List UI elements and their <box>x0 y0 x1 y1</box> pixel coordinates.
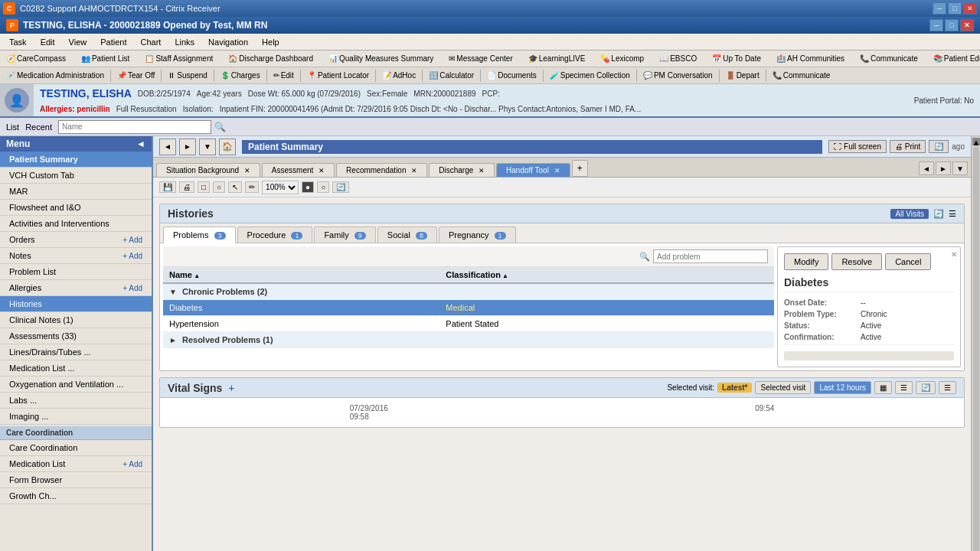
sidebar-item-flowsheet[interactable]: Flowsheet and I&O <box>0 200 152 216</box>
tab-discharge[interactable]: Discharge ✕ <box>429 163 495 177</box>
prob-tab-social[interactable]: Social 8 <box>377 227 437 243</box>
sidebar-item-imaging[interactable]: Imaging ... <box>0 409 152 425</box>
tab-ctrl-left-btn[interactable]: ◄ <box>919 161 934 175</box>
sidebar-item-oxygenation[interactable]: Oxygenation and Ventilation ... <box>0 377 152 393</box>
pm-conversation-btn[interactable]: 💬 PM Conversation <box>640 70 716 80</box>
menu-edit[interactable]: Edit <box>34 36 61 48</box>
edit-btn[interactable]: ✏ Edit <box>270 70 297 80</box>
sidebar-item-growth-chart[interactable]: Growth Ch... <box>0 488 152 504</box>
minimize-btn[interactable]: ─ <box>933 2 946 15</box>
prob-tab-problems[interactable]: Problems 3 <box>163 227 236 243</box>
prob-tab-procedure[interactable]: Procedure 1 <box>237 227 313 243</box>
sidebar-item-assessments[interactable]: Assessments (33) <box>0 328 152 344</box>
lexicomp-btn[interactable]: 💊 Lexicomp <box>597 54 647 64</box>
discharge-dashboard-btn[interactable]: 🏠 Discharge Dashboard <box>225 54 316 64</box>
nav-forward-btn[interactable]: ► <box>179 139 196 155</box>
message-center-btn[interactable]: ✉ Message Center <box>446 54 515 64</box>
vitals-refresh-btn[interactable]: 🔄 <box>916 381 936 394</box>
scrollbar-track[interactable] <box>973 147 979 551</box>
patient-minimize-btn[interactable]: ─ <box>929 19 943 31</box>
tab-assessment[interactable]: Assessment ✕ <box>262 163 335 177</box>
menu-help[interactable]: Help <box>256 36 286 48</box>
zoom-select[interactable]: 100% 75% 125% <box>262 181 299 194</box>
sidebar-item-form-browser[interactable]: Form Browser <box>0 472 152 488</box>
histories-refresh-icon[interactable]: 🔄 <box>933 209 944 219</box>
col-name[interactable]: Name <box>163 267 439 283</box>
draw-circle-btn[interactable]: ○ <box>213 181 225 193</box>
tab-ctrl-menu-btn[interactable]: ▼ <box>952 161 968 175</box>
sidebar-item-allergies[interactable]: Allergies+ Add <box>0 280 152 296</box>
adhoc-btn[interactable]: 📝 AdHoc <box>379 70 419 80</box>
communicate2-btn[interactable]: 📞 Communicate <box>769 70 834 80</box>
notes-add-btn[interactable]: + Add <box>122 252 142 260</box>
tab-recommendation-close-icon[interactable]: ✕ <box>411 167 417 174</box>
patient-restore-btn[interactable]: □ <box>945 19 959 31</box>
detail-scrollbar[interactable] <box>784 351 954 360</box>
carecompass-btn[interactable]: 🧭 CareCompass <box>3 54 69 64</box>
draw-color-btn[interactable]: ● <box>302 181 314 193</box>
prob-detail-close-btn[interactable]: ✕ <box>951 250 957 259</box>
sidebar-item-clinical-notes[interactable]: Clinical Notes (1) <box>0 312 152 328</box>
sidebar-scroll[interactable]: Patient Summary VCH Custom Tab MAR Flows… <box>0 152 152 551</box>
col-classification[interactable]: Classification <box>439 267 774 283</box>
refresh-btn[interactable]: 🔄 <box>929 140 949 153</box>
sidebar-item-mar[interactable]: MAR <box>0 184 152 200</box>
tab-discharge-close-icon[interactable]: ✕ <box>479 167 485 174</box>
calculator-btn[interactable]: 🔢 Calculator <box>426 70 477 80</box>
sidebar-item-activities[interactable]: Activities and Interventions <box>0 216 152 232</box>
menu-patient[interactable]: Patient <box>94 36 132 48</box>
modify-btn[interactable]: Modify <box>784 253 828 270</box>
draw-pencil-btn[interactable]: ✏ <box>245 181 259 193</box>
patient-education-btn[interactable]: 📚 Patient Education <box>930 54 980 64</box>
up-to-date-btn[interactable]: 📅 Up To Date <box>709 54 764 64</box>
tab-situation-close-icon[interactable]: ✕ <box>244 167 250 174</box>
hypertension-row[interactable]: Hypertension Patient Stated <box>163 316 774 332</box>
sidebar-collapse-icon[interactable]: ◄ <box>136 139 145 149</box>
scroll-area[interactable]: Histories All Visits 🔄 ☰ Problems 3 <box>153 197 971 551</box>
vitals-add-btn[interactable]: + <box>228 382 234 394</box>
search-icon[interactable]: 🔍 <box>214 122 226 132</box>
draw-square-btn[interactable]: □ <box>198 181 210 193</box>
selected-visit-btn[interactable]: Selected visit <box>755 381 811 394</box>
menu-task[interactable]: Task <box>3 36 33 48</box>
depart-btn[interactable]: 🚪 Depart <box>723 70 763 80</box>
tab-handoff-close-icon[interactable]: ✕ <box>554 167 560 174</box>
sidebar-item-labs[interactable]: Labs ... <box>0 393 152 409</box>
sidebar-item-vch-custom[interactable]: VCH Custom Tab <box>0 168 152 184</box>
vitals-menu-btn[interactable]: ☰ <box>939 381 956 394</box>
tear-off-btn[interactable]: 📌 Tear Off <box>114 70 158 80</box>
sidebar-item-patient-summary[interactable]: Patient Summary <box>0 152 152 168</box>
tab-ctrl-right-btn[interactable]: ► <box>936 161 951 175</box>
ah-communities-btn[interactable]: 🏥 AH Communities <box>773 54 848 64</box>
allergies-add-btn[interactable]: + Add <box>122 284 142 292</box>
right-scrollbar[interactable]: ▲ ▼ <box>971 136 980 551</box>
learning-live-btn[interactable]: 🎓 LearningLIVE <box>525 54 589 64</box>
staff-assignment-btn[interactable]: 📋 Staff Assignment <box>142 54 216 64</box>
sidebar-item-lines-drains[interactable]: Lines/Drains/Tubes ... <box>0 344 152 360</box>
scrollbar-up-btn[interactable]: ▲ <box>972 138 980 145</box>
nav-back-btn[interactable]: ◄ <box>159 139 176 155</box>
full-screen-btn[interactable]: ⛶ Full screen <box>828 140 887 153</box>
quality-measures-btn[interactable]: 📊 Quality Measures Summary <box>325 54 436 64</box>
specimen-btn[interactable]: 🧪 Specimen Collection <box>547 70 633 80</box>
tab-handoff-tool[interactable]: Handoff Tool ✕ <box>496 163 570 177</box>
draw-minus-btn[interactable]: ○ <box>317 181 329 193</box>
orders-add-btn[interactable]: + Add <box>122 236 142 244</box>
chronic-problems-group[interactable]: ▼ Chronic Problems (2) <box>163 283 774 300</box>
tab-add-btn[interactable]: + <box>572 160 588 177</box>
nav-home-btn[interactable]: 🏠 <box>219 139 236 155</box>
patient-locator-btn[interactable]: 📍 Patient Locator <box>304 70 372 80</box>
communicate-btn[interactable]: 📞 Communicate <box>857 54 921 64</box>
patient-close-btn[interactable]: ✕ <box>960 19 974 31</box>
suspend-btn[interactable]: ⏸ Suspend <box>165 70 210 80</box>
charges-btn[interactable]: 💲 Charges <box>217 70 263 80</box>
menu-navigation[interactable]: Navigation <box>202 36 254 48</box>
nav-dropdown-btn[interactable]: ▼ <box>199 139 216 155</box>
search-input[interactable] <box>58 120 211 134</box>
draw-print-btn[interactable]: 🖨 <box>179 181 194 193</box>
add-problem-input[interactable] <box>653 249 768 263</box>
latest-badge[interactable]: Latest* <box>717 383 752 393</box>
all-visits-badge[interactable]: All Visits <box>890 209 929 219</box>
print-btn[interactable]: 🖨 Print <box>890 140 926 153</box>
sidebar-item-problem-list[interactable]: Problem List <box>0 264 152 280</box>
